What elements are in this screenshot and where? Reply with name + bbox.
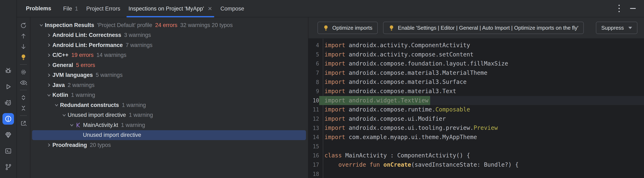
code-line-15[interactable]: 15 — [308, 142, 644, 151]
tab-file[interactable]: File1 — [59, 0, 82, 17]
tree-row-proofreading[interactable]: Proofreading20 typos — [30, 140, 308, 150]
settings-gear-icon[interactable] — [20, 67, 27, 77]
code-line-7[interactable]: 7import androidx.compose.material3.Mater… — [308, 68, 644, 78]
expand-all-icon[interactable] — [20, 92, 26, 103]
line-number[interactable]: 15 — [308, 143, 319, 149]
code-line-18[interactable]: 18 — [308, 169, 644, 178]
tree-row-android-lint-performance[interactable]: Android Lint: Performance7 warnings — [30, 40, 308, 50]
code-line-17[interactable]: 17 override fun onCreate(savedInstanceSt… — [308, 160, 644, 169]
tree-row-inspection-results[interactable]: Inspection Results'Project Default' prof… — [30, 20, 308, 30]
line-number[interactable]: 5 — [308, 52, 319, 58]
tree-row-unused-import-directive[interactable]: Unused import directive1 warning — [30, 110, 308, 120]
tree-row-android-lint-correctness[interactable]: Android Lint: Correctness3 warnings — [30, 30, 308, 40]
line-number[interactable]: 4 — [308, 42, 319, 48]
chevron-right-icon[interactable] — [46, 63, 52, 68]
code-line-16[interactable]: 16class MainActivity : ComponentActivity… — [308, 151, 644, 160]
line-number[interactable]: 10 — [308, 97, 319, 104]
rerun-inspection-icon[interactable] — [20, 20, 27, 31]
suppress-button[interactable]: Suppress — [596, 22, 638, 34]
active-tab-underline — [126, 16, 214, 17]
tab-project-errors[interactable]: Project Errors — [82, 0, 124, 17]
line-number[interactable]: 16 — [308, 152, 319, 159]
code-line-6[interactable]: 6import androidx.compose.foundation.layo… — [308, 59, 644, 68]
optimize-imports-button[interactable]: Optimize imports — [318, 22, 378, 34]
dropdown-arrow-icon — [628, 27, 632, 29]
code-token: androidx.compose.material3.Text — [345, 88, 456, 95]
chevron-right-icon[interactable] — [46, 53, 52, 58]
tree-row-jvm-languages[interactable]: JVM languages5 warnings — [30, 70, 308, 80]
code-line-9[interactable]: 9import androidx.compose.material3.Text — [308, 87, 644, 96]
chevron-down-icon[interactable] — [53, 103, 60, 108]
code-token: import — [324, 115, 345, 122]
line-number[interactable]: 6 — [308, 61, 319, 67]
line-number[interactable]: 17 — [308, 162, 319, 168]
tab-close-icon[interactable]: ✕ — [207, 6, 212, 11]
tree-row-mainactivity-kt[interactable]: MainActivity.kt1 warning — [30, 120, 308, 130]
stripe-item-app-quality-gem[interactable] — [0, 127, 17, 143]
stripe-item-profiler-cat[interactable] — [0, 95, 17, 111]
code-text: override fun onCreate(savedInstanceState… — [319, 160, 518, 169]
collapse-all-icon[interactable] — [20, 103, 26, 113]
chevron-right-icon[interactable] — [46, 142, 52, 147]
code-line-14[interactable]: 14import com.example.myapp.ui.theme.MyAp… — [308, 133, 644, 142]
line-number[interactable]: 14 — [308, 134, 319, 140]
tree-row-label: MainActivity.kt — [83, 122, 118, 128]
tree-row-general[interactable]: General5 errors — [30, 60, 308, 70]
git-branch-icon — [4, 163, 12, 171]
code-line-4[interactable]: 4import androidx.activity.ComponentActiv… — [308, 41, 644, 50]
previous-problem-icon[interactable] — [20, 31, 27, 41]
line-number[interactable]: 7 — [308, 70, 319, 76]
stripe-item-debug-bug[interactable] — [0, 63, 17, 79]
stripe-item-git-branch[interactable] — [0, 159, 17, 175]
line-number[interactable]: 11 — [308, 106, 319, 113]
quick-fix-bulb-icon[interactable] — [20, 52, 27, 62]
minimize-icon[interactable] — [630, 8, 636, 9]
tree-row-java[interactable]: Java2 warnings — [30, 80, 308, 90]
tree-row-c-c[interactable]: C/C++19 errors14 warnings — [30, 50, 308, 60]
stripe-item-run-play[interactable] — [0, 79, 17, 95]
chevron-right-icon[interactable] — [46, 73, 52, 78]
code-line-5[interactable]: 5import androidx.activity.compose.setCon… — [308, 50, 644, 59]
error-count: 24 errors — [155, 22, 177, 29]
enable-settings-button[interactable]: Enable 'Settings | Editor | General | Au… — [383, 22, 584, 34]
code-line-13[interactable]: 13import androidx.compose.ui.tooling.pre… — [308, 123, 644, 133]
chevron-right-icon[interactable] — [46, 43, 52, 48]
preview-eye-icon[interactable] — [20, 77, 27, 88]
code-line-8[interactable]: 8import androidx.compose.material3.Surfa… — [308, 77, 644, 87]
tree-row-redundant-constructs[interactable]: Redundant constructs1 warning — [30, 100, 308, 110]
chevron-down-icon[interactable] — [61, 113, 68, 118]
code-line-10[interactable]: 10import android.widget.TextView — [308, 96, 644, 105]
code-text: import androidx.compose.material3.Surfac… — [319, 77, 466, 87]
code-line-12[interactable]: 12import androidx.compose.ui.Modifier — [308, 114, 644, 124]
line-number[interactable]: 8 — [308, 79, 319, 85]
chevron-right-icon[interactable] — [46, 33, 52, 38]
code-token: import — [324, 42, 345, 49]
stripe-item-terminal[interactable] — [0, 143, 17, 159]
code-token: import — [324, 69, 345, 76]
code-token: import — [324, 88, 345, 95]
tree-row-unused-import-directive[interactable]: Unused import directive — [32, 130, 306, 140]
kotlin-file-icon — [75, 122, 83, 128]
code-line-11[interactable]: 11import androidx.compose.runtime.Compos… — [308, 105, 644, 114]
tree-row-kotlin[interactable]: Kotlin1 warning — [30, 90, 308, 100]
chevron-down-icon[interactable] — [68, 123, 75, 127]
code-token: import — [324, 106, 345, 113]
line-number[interactable]: 12 — [308, 116, 319, 122]
chevron-down-icon[interactable] — [46, 93, 52, 98]
muted-count: 14 warnings — [96, 52, 126, 58]
line-number[interactable]: 9 — [308, 88, 319, 94]
stripe-item-problems[interactable] — [0, 111, 17, 127]
tab-inspections-on-project-myapp[interactable]: Inspections on Project 'MyApp'✕ — [124, 0, 216, 17]
tab-compose[interactable]: Compose — [216, 0, 248, 17]
chevron-right-icon[interactable] — [46, 83, 52, 88]
next-problem-icon[interactable] — [20, 41, 27, 52]
line-number[interactable]: 18 — [308, 171, 319, 177]
toolbar-separator — [20, 64, 27, 65]
code-editor-preview[interactable]: 4import androidx.activity.ComponentActiv… — [308, 39, 644, 178]
line-number[interactable]: 13 — [308, 125, 319, 131]
chevron-down-icon[interactable] — [38, 23, 45, 28]
toolbar-separator — [20, 90, 27, 90]
export-icon[interactable] — [20, 118, 27, 128]
code-token: androidx.compose.foundation.layout.fillM… — [345, 60, 508, 67]
kebab-menu-icon[interactable] — [617, 4, 621, 13]
